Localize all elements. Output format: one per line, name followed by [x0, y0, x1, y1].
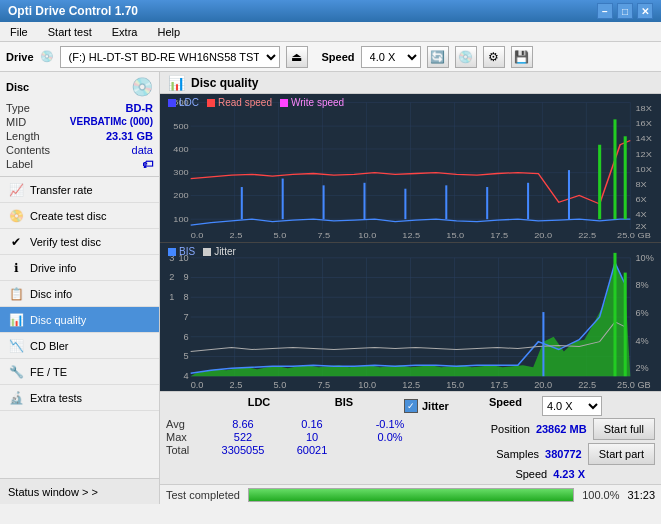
write-speed-color	[280, 99, 288, 107]
disc-type-label: Type	[6, 102, 30, 114]
disc-header: Disc 💿	[6, 76, 153, 98]
disc-icon: 💿	[131, 76, 153, 98]
svg-text:10.0: 10.0	[358, 380, 376, 390]
disc-quality-header: 📊 Disc quality	[160, 72, 661, 94]
drive-label: Drive	[6, 51, 34, 63]
disc-length-value: 23.31 GB	[106, 130, 153, 142]
stats-right-info: Position 23862 MB Start full Samples 380…	[491, 418, 655, 480]
max-label: Max	[166, 431, 204, 443]
sidebar-item-verify-test-disc[interactable]: ✔ Verify test disc	[0, 229, 159, 255]
disc-mid-row: MID VERBATIMc (000)	[6, 116, 153, 128]
disc-button[interactable]: 💿	[455, 46, 477, 68]
sidebar-item-transfer-rate[interactable]: 📈 Transfer rate	[0, 177, 159, 203]
svg-text:5: 5	[184, 352, 189, 362]
jitter-legend: Jitter	[203, 246, 236, 257]
sidebar-label-drive-info: Drive info	[30, 262, 76, 274]
menu-file[interactable]: File	[4, 24, 34, 40]
svg-text:8: 8	[184, 292, 189, 302]
disc-label-row: Label 🏷	[6, 158, 153, 170]
speed-label: Speed	[322, 51, 355, 63]
svg-text:10%: 10%	[635, 253, 653, 263]
svg-text:4%: 4%	[635, 336, 648, 346]
verify-test-disc-icon: ✔	[8, 235, 24, 249]
sidebar-label-create-test-disc: Create test disc	[30, 210, 106, 222]
main-area: Disc 💿 Type BD-R MID VERBATIMc (000) Len…	[0, 72, 661, 504]
progress-percent: 100.0%	[582, 489, 619, 501]
jitter-checkbox-row: ✓ Jitter	[404, 396, 449, 416]
svg-text:5.0: 5.0	[273, 380, 286, 390]
create-test-disc-icon: 📀	[8, 209, 24, 223]
svg-text:10X: 10X	[635, 165, 652, 174]
sidebar-label-cd-bler: CD Bler	[30, 340, 69, 352]
svg-text:17.5: 17.5	[490, 380, 508, 390]
disc-label-label: Label	[6, 158, 33, 170]
svg-text:12.5: 12.5	[402, 231, 420, 240]
svg-text:17.5: 17.5	[490, 231, 508, 240]
eject-button[interactable]: ⏏	[286, 46, 308, 68]
title-bar: Opti Drive Control 1.70 − □ ✕	[0, 0, 661, 22]
status-window-button[interactable]: Status window > >	[0, 478, 159, 504]
stats-section: LDC BIS ✓ Jitter Speed 4.0 X Avg 8.66	[160, 391, 661, 484]
max-bis: 10	[282, 431, 342, 443]
sidebar-item-create-test-disc[interactable]: 📀 Create test disc	[0, 203, 159, 229]
svg-text:500: 500	[173, 121, 189, 130]
menu-help[interactable]: Help	[151, 24, 186, 40]
svg-text:4: 4	[184, 371, 189, 381]
progress-track	[248, 488, 574, 502]
disc-quality-header-icon: 📊	[168, 75, 185, 91]
disc-mid-label: MID	[6, 116, 26, 128]
drive-info-icon: ℹ	[8, 261, 24, 275]
svg-text:12.5: 12.5	[402, 380, 420, 390]
sidebar-label-transfer-rate: Transfer rate	[30, 184, 93, 196]
svg-text:200: 200	[173, 191, 189, 200]
app-title: Opti Drive Control 1.70	[8, 4, 138, 18]
start-full-button[interactable]: Start full	[593, 418, 655, 440]
settings-button[interactable]: ⚙	[483, 46, 505, 68]
svg-text:0.0: 0.0	[191, 380, 204, 390]
sidebar-item-cd-bler[interactable]: 📉 CD Bler	[0, 333, 159, 359]
read-speed-color	[207, 99, 215, 107]
write-speed-label: Write speed	[291, 97, 344, 108]
sidebar-item-drive-info[interactable]: ℹ Drive info	[0, 255, 159, 281]
sidebar-item-disc-quality[interactable]: 📊 Disc quality	[0, 307, 159, 333]
speed-select[interactable]: 4.0 X 1.0 X 2.0 X 6.0 X 8.0 X	[361, 46, 421, 68]
menu-extra[interactable]: Extra	[106, 24, 144, 40]
menu-start-test[interactable]: Start test	[42, 24, 98, 40]
maximize-button[interactable]: □	[617, 3, 633, 19]
drive-select[interactable]: (F:) HL-DT-ST BD-RE WH16NS58 TST4	[60, 46, 280, 68]
sidebar-item-extra-tests[interactable]: 🔬 Extra tests	[0, 385, 159, 411]
svg-text:6X: 6X	[635, 195, 647, 204]
sidebar-item-fe-te[interactable]: 🔧 FE / TE	[0, 359, 159, 385]
cd-bler-icon: 📉	[8, 339, 24, 353]
max-jitter: 0.0%	[360, 431, 420, 443]
avg-label: Avg	[166, 418, 204, 430]
svg-text:15.0: 15.0	[446, 380, 464, 390]
refresh-button[interactable]: 🔄	[427, 46, 449, 68]
svg-text:16X: 16X	[635, 119, 652, 128]
jitter-checkbox[interactable]: ✓	[404, 399, 418, 413]
elapsed-time: 31:23	[627, 489, 655, 501]
bis-legend: BIS	[168, 246, 195, 257]
svg-text:2: 2	[169, 273, 174, 283]
sidebar-item-disc-info[interactable]: 📋 Disc info	[0, 281, 159, 307]
transfer-rate-icon: 📈	[8, 183, 24, 197]
top-chart: LDC Read speed Write speed	[160, 94, 661, 243]
bis-label: BIS	[179, 246, 195, 257]
start-part-button[interactable]: Start part	[588, 443, 655, 465]
minimize-button[interactable]: −	[597, 3, 613, 19]
position-value: 23862 MB	[536, 423, 587, 435]
svg-text:15.0: 15.0	[446, 231, 464, 240]
disc-mid-value: VERBATIMc (000)	[70, 116, 153, 128]
svg-text:100: 100	[173, 214, 189, 223]
stats-data-area: Avg 8.66 0.16 -0.1% Max 522 10 0.0% Tota…	[166, 418, 655, 480]
svg-text:6: 6	[184, 332, 189, 342]
close-button[interactable]: ✕	[637, 3, 653, 19]
menu-bar: File Start test Extra Help	[0, 22, 661, 42]
ldc-color	[168, 99, 176, 107]
speed-quality-select[interactable]: 4.0 X	[542, 396, 602, 416]
total-bis: 60021	[282, 444, 342, 456]
drive-icon: 💿	[40, 50, 54, 63]
disc-quality-icon: 📊	[8, 313, 24, 327]
save-button[interactable]: 💾	[511, 46, 533, 68]
bis-color	[168, 248, 176, 256]
